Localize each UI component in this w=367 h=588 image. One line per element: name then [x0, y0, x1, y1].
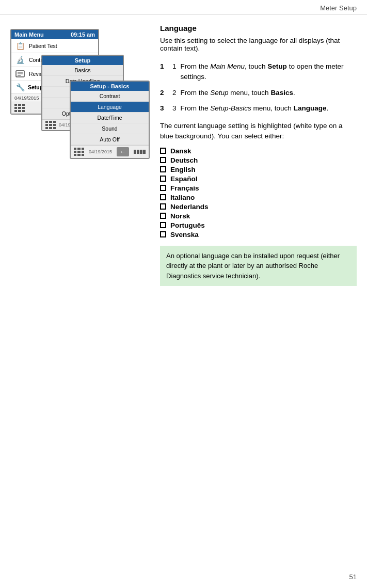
language-bullet-icon — [160, 231, 166, 237]
language-label: English — [170, 166, 196, 173]
basics-item-sound[interactable]: Sound — [71, 123, 149, 134]
language-bullet-icon — [160, 148, 166, 154]
basics-item-datetime-label: Date/Time — [97, 115, 122, 121]
language-label: Dansk — [170, 147, 192, 155]
language-label: Français — [170, 184, 199, 192]
instructions-column: Language Use this setting to select the … — [160, 24, 357, 286]
steps: 1 From the Main Menu, touch Setup to ope… — [160, 61, 357, 114]
page-number: 51 — [349, 573, 357, 581]
main-menu-date-value: 04/19/2015 — [14, 95, 39, 101]
step-2: 2 From the Setup menu, touch Basics. — [160, 88, 357, 98]
patient-test-icon: 📋 — [14, 41, 26, 51]
page-header: Meter Setup — [0, 0, 367, 14]
back-button[interactable]: ← — [117, 147, 129, 156]
setup-menu-header: Setup — [42, 56, 123, 65]
basics-item-language[interactable]: Language — [71, 102, 149, 113]
battery-icon — [134, 150, 146, 154]
language-label: Svenska — [170, 231, 199, 239]
step-2-number: 2 — [172, 88, 177, 98]
basics-grid-icon — [74, 148, 84, 156]
page-footer: 51 — [349, 573, 357, 581]
step-3-number: 3 — [172, 103, 177, 114]
step-3-text: From the Setup-Basics menu, touch Langua… — [181, 103, 329, 114]
language-item: Français — [160, 184, 357, 192]
setup-grid-icon — [45, 121, 56, 129]
main-menu-title: Main Menu — [14, 31, 44, 38]
basics-item-contrast-label: Contrast — [100, 93, 120, 99]
step-1-text: From the Main Menu, touch Setup to open … — [181, 61, 357, 83]
language-bullet-icon — [160, 194, 166, 200]
screen-basics-menu: Setup - Basics Contrast Language Date/Ti… — [70, 81, 150, 159]
language-bullet-icon — [160, 157, 166, 163]
main-menu-time: 09:15 am — [71, 31, 95, 38]
language-label: Norsk — [170, 212, 190, 220]
language-bullet-icon — [160, 166, 166, 172]
language-bullet-icon — [160, 222, 166, 228]
language-label: Nederlands — [170, 203, 209, 211]
section-intro: Use this setting to select the language … — [160, 37, 357, 52]
review-results-icon — [14, 69, 26, 78]
language-item: Português — [160, 221, 357, 229]
setup-item-basics-label: Basics — [75, 67, 91, 73]
language-item: Dansk — [160, 147, 357, 155]
basics-menu-title: Setup - Basics — [90, 83, 130, 89]
basics-item-language-label: Language — [98, 104, 122, 110]
language-item: Nederlands — [160, 203, 357, 211]
language-bullet-icon — [160, 185, 166, 191]
language-label: Deutsch — [170, 156, 198, 164]
current-setting-text: The current language setting is highligh… — [160, 121, 357, 142]
basics-item-datetime[interactable]: Date/Time — [71, 113, 149, 123]
step-3: 3 From the Setup-Basics menu, touch Lang… — [160, 103, 357, 114]
step-1: 1 From the Main Menu, touch Setup to ope… — [160, 61, 357, 83]
language-bullet-icon — [160, 213, 166, 219]
language-bullet-icon — [160, 203, 166, 210]
basics-item-auto-off[interactable]: Auto Off — [71, 134, 149, 145]
basics-item-contrast[interactable]: Contrast — [71, 91, 149, 102]
basics-item-sound-label: Sound — [102, 125, 117, 132]
section-title: Language — [160, 24, 357, 33]
setup-item-basics[interactable]: Basics — [42, 65, 123, 76]
page-header-title: Meter Setup — [320, 4, 357, 12]
step-1-number: 1 — [172, 61, 177, 83]
language-item: Svenska — [160, 231, 357, 239]
menu-item-patient-test[interactable]: 📋 Patient Test — [11, 39, 98, 53]
language-label: Español — [170, 175, 198, 183]
main-menu-header: Main Menu 09:15 am — [11, 30, 98, 39]
info-box: An optional language can be installed up… — [160, 246, 357, 287]
basics-menu-footer: 04/19/2015 ← — [71, 145, 149, 158]
language-item: Deutsch — [160, 156, 357, 164]
language-item: Español — [160, 175, 357, 183]
device-wrapper: Main Menu 09:15 am 📋 Patient Test 🔬 Cont… — [10, 29, 150, 246]
setup-icon: 🔧 — [14, 83, 26, 92]
step-2-text: From the Setup menu, touch Basics. — [181, 88, 295, 98]
patient-test-label: Patient Test — [29, 43, 95, 49]
language-item: Italiano — [160, 194, 357, 201]
control-test-icon: 🔬 — [14, 55, 26, 65]
basics-menu-header: Setup - Basics — [71, 82, 149, 91]
grid-icon — [14, 104, 25, 112]
basics-item-auto-off-label: Auto Off — [100, 136, 119, 142]
language-label: Italiano — [170, 194, 195, 201]
device-column: Main Menu 09:15 am 📋 Patient Test 🔬 Cont… — [10, 24, 150, 286]
language-item: Norsk — [160, 212, 357, 220]
language-item: English — [160, 166, 357, 173]
basics-menu-date: 04/19/2015 — [89, 149, 112, 154]
language-label: Português — [170, 221, 205, 229]
setup-menu-title: Setup — [75, 57, 91, 63]
language-bullet-icon — [160, 176, 166, 182]
language-list: DanskDeutschEnglishEspañolFrançaisItalia… — [160, 147, 357, 239]
